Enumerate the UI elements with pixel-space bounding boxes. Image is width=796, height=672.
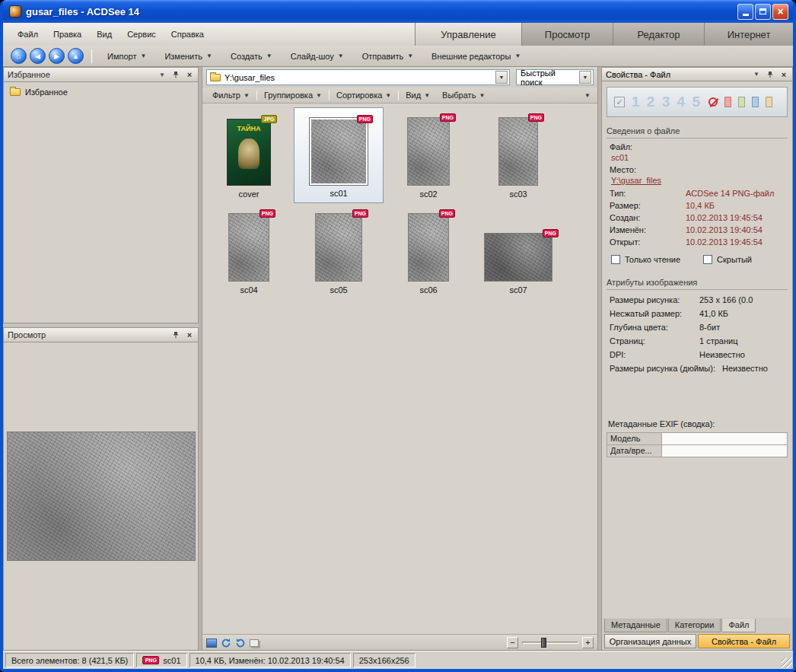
tab-editor[interactable]: Редактор: [613, 23, 704, 46]
readonly-checkbox[interactable]: [611, 255, 620, 264]
minimize-button[interactable]: [737, 4, 753, 20]
sorting-dropdown[interactable]: Сортировка▼: [331, 89, 396, 101]
no-rating-icon[interactable]: [708, 97, 718, 107]
title-bar[interactable]: gusar_files - ACDSee 14 ×: [3, 0, 793, 23]
created-label: Создан:: [610, 213, 686, 222]
menu-file[interactable]: Файл: [11, 27, 45, 42]
thumbnail-sc06[interactable]: PNG sc06: [384, 203, 473, 299]
tab-file[interactable]: Файл: [721, 619, 756, 632]
tag-checkbox[interactable]: ✓: [614, 97, 625, 107]
properties-file-button[interactable]: Свойства - Файл: [698, 634, 790, 648]
tab-manage[interactable]: Управление: [415, 23, 521, 46]
tab-categories[interactable]: Категории: [668, 619, 721, 632]
rating-numbers[interactable]: 1 2 3 4 5: [632, 94, 702, 110]
color-label-blue[interactable]: [752, 97, 759, 107]
slider-thumb[interactable]: [541, 638, 546, 648]
thumbnail-label: cover: [239, 189, 259, 202]
zoom-out-button[interactable]: −: [507, 637, 518, 648]
mode-tabs: Управление Просмотр Редактор Интернет: [415, 23, 793, 46]
main-toolbar: ⌂ ◀ ▶ ▲ Импорт▼ Изменить▼ Создать▼ Слайд…: [3, 46, 793, 67]
favorites-panel: Избранное ▼ × Избранное: [3, 67, 199, 323]
close-button[interactable]: ×: [772, 4, 788, 20]
pin-icon[interactable]: [171, 330, 180, 339]
select-dropdown[interactable]: Выбрать▼: [437, 89, 490, 101]
import-button[interactable]: Импорт▼: [100, 49, 154, 64]
panel-menu-icon[interactable]: ▼: [752, 70, 761, 79]
place-link[interactable]: Y:\gusar_files: [611, 176, 661, 185]
chevron-down-icon: ▼: [266, 53, 272, 59]
zoom-in-button[interactable]: +: [582, 637, 594, 648]
pin-icon[interactable]: [766, 70, 775, 79]
menu-help[interactable]: Справка: [164, 27, 211, 42]
sync-back-icon[interactable]: [221, 638, 231, 648]
back-button[interactable]: ◀: [30, 48, 46, 64]
send-button[interactable]: Отправить▼: [355, 49, 421, 64]
thumbnail-image: PNG: [228, 213, 269, 282]
create-label: Создать: [231, 52, 263, 61]
thumbnail-sc03[interactable]: PNG sc03: [473, 107, 563, 203]
thumbnail-sc04[interactable]: PNG sc04: [204, 203, 294, 299]
thumbnail-sc01-selected[interactable]: PNG sc01: [294, 107, 384, 203]
path-combobox[interactable]: Y:\gusar_files ▼: [206, 69, 510, 85]
restore-button[interactable]: [755, 4, 771, 20]
hidden-checkbox[interactable]: [703, 255, 712, 264]
dpi-label: DPI:: [610, 350, 699, 359]
sync-forward-icon[interactable]: [235, 638, 246, 648]
pin-icon[interactable]: [171, 70, 180, 79]
view-dropdown[interactable]: Вид▼: [400, 89, 435, 101]
up-button[interactable]: ▲: [68, 48, 84, 64]
thumbnail-cover[interactable]: JPG ТАЙНА cover: [204, 107, 294, 203]
thumbnail-sc02[interactable]: PNG sc02: [384, 107, 473, 203]
more-options-icon[interactable]: ▼: [582, 92, 593, 99]
modify-button[interactable]: Изменить▼: [157, 49, 220, 64]
search-dropdown-button[interactable]: ▼: [579, 71, 591, 84]
path-text: Y:\gusar_files: [224, 73, 492, 82]
create-button[interactable]: Создать▼: [223, 49, 280, 64]
opened-value[interactable]: 10.02.2013 19:45:54: [686, 237, 792, 247]
rating-strip: ✓ 1 2 3 4 5: [607, 87, 788, 117]
color-label-yellow[interactable]: [766, 97, 772, 107]
home-button[interactable]: ⌂: [11, 48, 27, 64]
display-mode-icon[interactable]: [206, 639, 217, 648]
dimensions-inches-label: Размеры рисунка (дюймы):: [610, 364, 722, 373]
color-label-red[interactable]: [724, 97, 731, 107]
menu-view[interactable]: Вид: [90, 27, 119, 42]
color-label-green[interactable]: [738, 97, 745, 107]
filter-dropdown[interactable]: Фильтр▼: [207, 89, 255, 101]
external-editors-button[interactable]: Внешние редакторы▼: [424, 49, 528, 64]
resize-grip[interactable]: [782, 658, 792, 668]
modified-value[interactable]: 10.02.2013 19:40:54: [686, 225, 792, 234]
readonly-checkbox-item[interactable]: Только чтение: [611, 255, 680, 264]
tab-internet[interactable]: Интернет: [704, 23, 793, 46]
thumbnail-image: JPG ТАЙНА: [227, 119, 271, 186]
thumbnail-sc07[interactable]: PNG sc07: [473, 203, 563, 299]
quick-search-input[interactable]: Быстрый поиск ▼: [516, 69, 594, 85]
thumbnail-size-slider[interactable]: [522, 637, 578, 648]
created-value[interactable]: 10.02.2013 19:45:54: [686, 213, 792, 222]
uncompressed-value: 41,0 КБ: [699, 309, 792, 318]
close-panel-icon[interactable]: ×: [185, 330, 194, 339]
menu-edit[interactable]: Правка: [46, 27, 88, 42]
forward-button[interactable]: ▶: [49, 48, 65, 64]
thumbnail-sc05[interactable]: PNG sc05: [294, 203, 384, 299]
status-details: 10,4 КБ, Изменён: 10.02.2013 19:40:54: [189, 653, 351, 667]
thumbnail-grid: JPG ТАЙНА cover PNG sc01: [202, 104, 597, 634]
panel-menu-icon[interactable]: ▼: [158, 70, 167, 79]
organize-data-button[interactable]: Организация данных: [604, 634, 696, 648]
file-value[interactable]: sc01: [602, 152, 792, 164]
pages-value: 1 страниц: [699, 336, 792, 346]
tab-view[interactable]: Просмотр: [521, 23, 613, 46]
menu-tools[interactable]: Сервис: [120, 27, 163, 42]
path-dropdown-button[interactable]: ▼: [495, 71, 508, 84]
close-panel-icon[interactable]: ×: [185, 70, 194, 79]
grouping-dropdown[interactable]: Группировка▼: [259, 89, 327, 101]
close-panel-icon[interactable]: ×: [779, 70, 788, 79]
tab-metadata[interactable]: Метаданные: [604, 619, 667, 632]
dpi-value: Неизвестно: [699, 350, 792, 359]
pages-label: Страниц:: [610, 336, 699, 346]
favorites-folder-item[interactable]: Избранное: [4, 82, 198, 102]
thumbnail-label: sc07: [509, 285, 527, 298]
hidden-checkbox-item[interactable]: Скрытый: [703, 255, 752, 264]
stack-icon[interactable]: [250, 639, 259, 647]
slideshow-button[interactable]: Слайд-шоу▼: [283, 49, 352, 64]
